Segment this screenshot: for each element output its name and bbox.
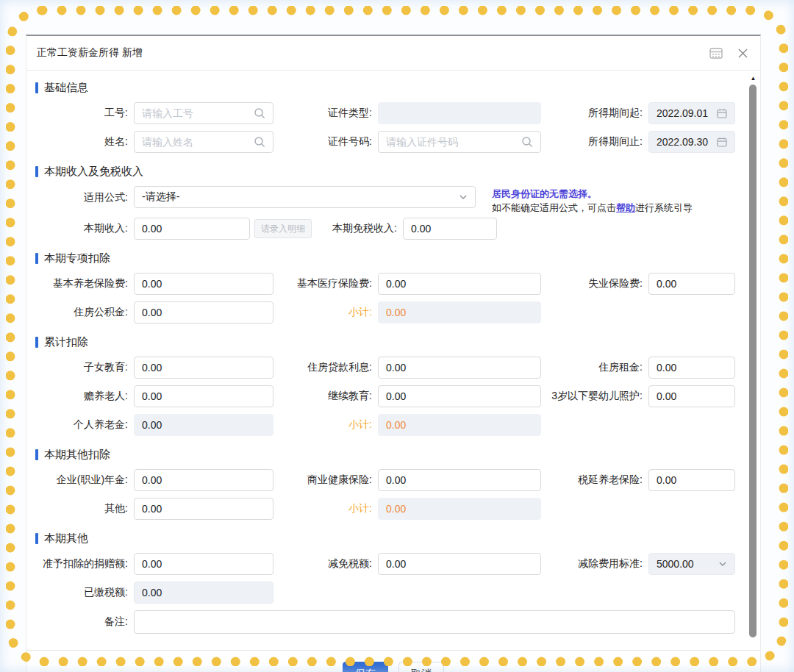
enter-detail-button[interactable]: 请录入明细 <box>254 219 312 238</box>
section-current-other: 本期其他 <box>35 532 734 546</box>
cancel-button[interactable]: 取消 <box>398 662 444 672</box>
children-education-input[interactable]: 0.00 <box>134 357 273 379</box>
section-accent-bar <box>35 533 38 544</box>
dialog-normal-salary-income-add: 正常工资薪金所得 新增 基础信息 <box>26 35 761 672</box>
formula-select[interactable]: -请选择- <box>134 186 476 208</box>
housing-rent-input[interactable]: 0.00 <box>648 357 735 379</box>
name-input[interactable] <box>134 131 273 153</box>
note-line1: 居民身份证的无需选择。 <box>492 187 693 201</box>
commercial-health-insurance-label: 商业健康保险: <box>307 473 372 487</box>
housing-rent-label: 住房租金: <box>598 361 643 374</box>
save-button[interactable]: 保存 <box>343 662 388 672</box>
calculator-icon[interactable] <box>709 46 723 60</box>
mortgage-interest-input[interactable]: 0.00 <box>378 357 541 379</box>
housing-fund-input[interactable]: 0.00 <box>134 301 273 324</box>
id-type-field-disabled <box>378 102 541 124</box>
current-other-row-2: 已缴税额: 0.00 <box>26 582 734 604</box>
other-deduct-subtotal-field: 0.00 <box>378 498 541 520</box>
personal-pension-field-disabled: 0.00 <box>134 414 273 436</box>
infant-care-input[interactable]: 0.00 <box>648 385 735 407</box>
other-deduct-row-2: 其他: 0.00 小计: 0.00 <box>26 498 734 520</box>
remark-row: 备注: <box>26 610 734 634</box>
scroll-up-icon[interactable]: ▲ <box>749 75 757 82</box>
special-row-2: 住房公积金: 0.00 小计: 0.00 <box>26 301 734 324</box>
tax-free-income-input[interactable]: 0.00 <box>403 218 497 240</box>
section-title: 本期专项扣除 <box>44 251 110 265</box>
basic-row-1: 工号: 证件类型: 所得期间起: 2022.09.01 <box>26 102 734 124</box>
employee-id-input[interactable] <box>134 102 273 124</box>
pension-insurance-label: 基本养老保险费: <box>53 277 128 290</box>
income-period-end-datepicker[interactable]: 2022.09.30 <box>648 131 735 153</box>
subtotal-label: 小计: <box>348 306 372 319</box>
unemployment-insurance-label: 失业保险费: <box>588 277 643 290</box>
section-accent-bar <box>35 253 38 264</box>
formula-row: 适用公式: -请选择- 居民身份证的无需选择。 如不能确定适用公式，可点击帮助进… <box>26 186 734 215</box>
help-link[interactable]: 帮助 <box>616 202 635 213</box>
employee-id-label: 工号: <box>104 107 128 120</box>
elderly-support-input[interactable]: 0.00 <box>134 385 273 407</box>
tax-paid-field-disabled: 0.00 <box>134 582 273 604</box>
section-title: 累计扣除 <box>44 335 88 349</box>
medical-insurance-input[interactable]: 0.00 <box>378 273 541 295</box>
deferred-pension-insurance-label: 税延养老保险: <box>578 473 643 487</box>
other-input[interactable]: 0.00 <box>134 498 273 520</box>
infant-care-label: 3岁以下婴幼儿照护: <box>551 390 643 403</box>
section-title: 本期收入及免税收入 <box>44 165 143 179</box>
id-number-input[interactable] <box>378 131 541 153</box>
unemployment-insurance-input[interactable]: 0.00 <box>648 273 735 295</box>
cumulative-row-3: 个人养老金: 0.00 小计: 0.00 <box>26 414 734 436</box>
close-icon[interactable] <box>735 46 750 60</box>
scrollbar[interactable]: ▲ ▼ <box>749 75 757 672</box>
pension-insurance-input[interactable]: 0.00 <box>134 273 273 295</box>
section-accent-bar <box>35 166 38 177</box>
continuing-education-input[interactable]: 0.00 <box>378 385 541 407</box>
income-row: 本期收入: 0.00 请录入明细 本期免税收入: 0.00 <box>26 218 734 240</box>
personal-pension-label: 个人养老金: <box>74 418 128 432</box>
tax-reduction-label: 减免税额: <box>328 557 372 571</box>
calendar-icon[interactable] <box>717 108 727 118</box>
tax-paid-label: 已缴税额: <box>84 586 128 599</box>
dialog-title: 正常工资薪金所得 新增 <box>37 46 143 60</box>
cumulative-row-2: 赡养老人: 0.00 继续教育: 0.00 3岁以下婴幼儿照护: 0.00 <box>26 385 734 407</box>
children-education-label: 子女教育: <box>84 361 128 374</box>
section-accent-bar <box>35 449 38 460</box>
id-type-label: 证件类型: <box>328 107 372 120</box>
section-cumulative-deduction: 累计扣除 <box>35 335 734 349</box>
name-label: 姓名: <box>104 135 128 149</box>
other-deduct-row-1: 企业(职业)年金: 0.00 商业健康保险: 0.00 税延养老保险: 0.00 <box>26 469 734 491</box>
commercial-health-insurance-input[interactable]: 0.00 <box>378 469 541 491</box>
calendar-icon[interactable] <box>717 137 727 147</box>
formula-label: 适用公式: <box>26 186 128 208</box>
scrollbar-thumb[interactable] <box>749 85 757 637</box>
section-title: 本期其他 <box>44 532 88 546</box>
cumulative-subtotal-field: 0.00 <box>378 414 541 436</box>
annuity-input[interactable]: 0.00 <box>134 469 273 491</box>
remark-input[interactable] <box>134 610 735 634</box>
medical-insurance-label: 基本医疗保险费: <box>297 277 372 290</box>
elderly-support-label: 赡养老人: <box>84 390 128 403</box>
search-icon[interactable] <box>521 136 533 148</box>
chevron-down-icon <box>459 193 468 201</box>
section-accent-bar <box>35 82 38 93</box>
special-row-1: 基本养老保险费: 0.00 基本医疗保险费: 0.00 失业保险费: 0.00 <box>26 273 734 295</box>
current-income-input[interactable]: 0.00 <box>134 218 250 240</box>
expense-deduction-standard-label: 减除费用标准: <box>578 557 643 571</box>
basic-row-2: 姓名: 证件号码: 所得期间止: 2022.09.30 <box>26 131 734 153</box>
dialog-body: 基础信息 工号: 证件类型: 所得期间起: 2022.09.01 <box>26 81 760 634</box>
id-number-label: 证件号码: <box>328 135 372 149</box>
search-icon[interactable] <box>254 136 265 148</box>
section-title: 基础信息 <box>44 81 88 95</box>
mortgage-interest-label: 住房贷款利息: <box>307 361 372 374</box>
tax-reduction-input[interactable]: 0.00 <box>378 553 541 575</box>
deferred-pension-insurance-input[interactable]: 0.00 <box>648 469 735 491</box>
other-label: 其他: <box>104 502 128 515</box>
formula-note: 居民身份证的无需选择。 如不能确定适用公式，可点击帮助进行系统引导 <box>492 186 693 215</box>
search-icon[interactable] <box>254 107 265 119</box>
expense-deduction-standard-select[interactable]: 5000.00 <box>648 553 735 575</box>
chevron-down-icon <box>718 560 727 568</box>
deductible-donation-input[interactable]: 0.00 <box>134 553 273 575</box>
income-period-start-label: 所得期间起: <box>588 107 643 120</box>
remark-label: 备注: <box>104 615 128 629</box>
income-period-end-label: 所得期间止: <box>588 135 643 149</box>
income-period-start-datepicker[interactable]: 2022.09.01 <box>648 102 735 124</box>
